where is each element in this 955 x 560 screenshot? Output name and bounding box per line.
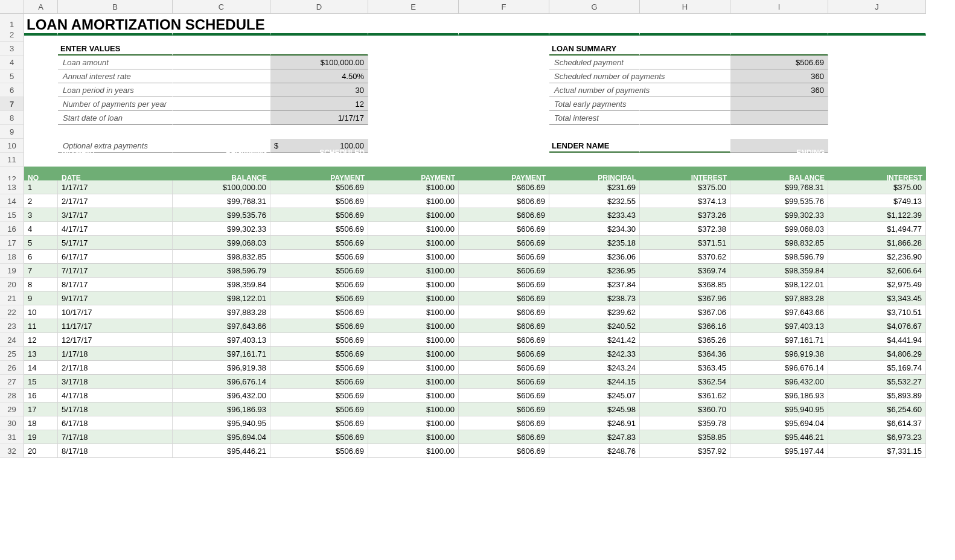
cell-date[interactable]: 8/17/17 (58, 278, 173, 291)
cell[interactable] (640, 42, 730, 56)
cell-principal[interactable]: $245.07 (549, 389, 640, 402)
cell-beginning-balance[interactable]: $98,122.01 (173, 291, 270, 305)
cell-interest[interactable]: $361.62 (640, 389, 730, 402)
cell[interactable] (270, 42, 368, 56)
cell-extra-payment[interactable]: $100.00 (368, 402, 459, 416)
cell-date[interactable]: 6/17/17 (58, 250, 173, 264)
cell-pmt-no[interactable]: 7 (24, 264, 58, 278)
cell-scheduled-payment[interactable]: $506.69 (270, 375, 368, 389)
cell[interactable] (368, 69, 459, 83)
cell-date[interactable]: 5/17/18 (58, 402, 173, 416)
cell[interactable] (459, 125, 549, 139)
cell[interactable] (459, 42, 549, 56)
cell-principal[interactable]: $245.98 (549, 402, 640, 416)
cell-ending-balance[interactable]: $99,302.33 (730, 208, 828, 222)
cell-principal[interactable]: $238.73 (549, 291, 640, 305)
row-header[interactable]: 4 (0, 56, 24, 69)
cell-date[interactable]: 1/17/17 (58, 180, 173, 194)
cell[interactable] (828, 56, 926, 69)
cell-cumulative-interest[interactable]: $6,254.60 (828, 402, 926, 416)
cell-date[interactable]: 3/17/17 (58, 208, 173, 222)
cell-ending-balance[interactable]: $98,596.79 (730, 250, 828, 264)
column-header[interactable]: E (368, 0, 459, 14)
cell-beginning-balance[interactable]: $97,161.71 (173, 347, 270, 361)
cell-beginning-balance[interactable]: $99,068.03 (173, 236, 270, 250)
cell-extra-payment[interactable]: $100.00 (368, 389, 459, 402)
cell-interest[interactable]: $357.92 (640, 444, 730, 458)
cell-extra-payment[interactable]: $100.00 (368, 264, 459, 278)
cell-extra-payment[interactable]: $100.00 (368, 236, 459, 250)
cell[interactable] (24, 111, 58, 125)
cell-beginning-balance[interactable]: $95,694.04 (173, 430, 270, 444)
cell-date[interactable]: 4/17/18 (58, 389, 173, 402)
cell-extra-payment[interactable]: $100.00 (368, 444, 459, 458)
cell[interactable] (640, 97, 730, 111)
cell[interactable] (549, 153, 640, 167)
cell[interactable] (368, 83, 459, 97)
cell-ending-balance[interactable]: $99,535.76 (730, 194, 828, 208)
row-header[interactable]: 18 (0, 250, 24, 264)
cell[interactable] (24, 125, 58, 139)
column-header[interactable]: F (459, 0, 549, 14)
cell-beginning-balance[interactable]: $96,432.00 (173, 389, 270, 402)
cell-total-payment[interactable]: $606.69 (459, 291, 549, 305)
cell-cumulative-interest[interactable]: $1,866.28 (828, 236, 926, 250)
cell-extra-payment[interactable]: $100.00 (368, 361, 459, 375)
cell-principal[interactable]: $235.18 (549, 236, 640, 250)
cell[interactable] (173, 69, 270, 83)
cell-pmt-no[interactable]: 17 (24, 402, 58, 416)
cell[interactable] (828, 28, 926, 42)
cell-interest[interactable]: $368.85 (640, 278, 730, 291)
column-header[interactable]: A (24, 0, 58, 14)
cell-extra-payment[interactable]: $100.00 (368, 291, 459, 305)
cell-cumulative-interest[interactable]: $5,169.74 (828, 361, 926, 375)
cell-pmt-no[interactable]: 5 (24, 236, 58, 250)
cell-extra-payment[interactable]: $100.00 (368, 180, 459, 194)
cell-ending-balance[interactable]: $97,883.28 (730, 291, 828, 305)
cell[interactable] (173, 97, 270, 111)
row-header[interactable]: 27 (0, 375, 24, 389)
cell-ending-balance[interactable]: $96,676.14 (730, 361, 828, 375)
cell-interest[interactable]: $374.13 (640, 194, 730, 208)
cell-beginning-balance[interactable]: $96,186.93 (173, 402, 270, 416)
column-header[interactable]: H (640, 0, 730, 14)
cell[interactable] (730, 125, 828, 139)
cell-scheduled-payment[interactable]: $506.69 (270, 194, 368, 208)
cell-interest[interactable]: $367.06 (640, 305, 730, 319)
cell-beginning-balance[interactable]: $100,000.00 (173, 180, 270, 194)
select-all-corner[interactable] (0, 0, 24, 14)
row-header[interactable]: 3 (0, 42, 24, 56)
cell-total-payment[interactable]: $606.69 (459, 347, 549, 361)
row-header[interactable]: 19 (0, 264, 24, 278)
input-value[interactable]: 12 (270, 97, 368, 111)
cell-pmt-no[interactable]: 11 (24, 319, 58, 333)
cell-beginning-balance[interactable]: $95,940.95 (173, 416, 270, 430)
cell[interactable] (828, 42, 926, 56)
row-header[interactable]: 23 (0, 319, 24, 333)
cell[interactable] (24, 97, 58, 111)
cell[interactable] (640, 83, 730, 97)
cell-scheduled-payment[interactable]: $506.69 (270, 444, 368, 458)
cell-ending-balance[interactable]: $95,197.44 (730, 444, 828, 458)
cell[interactable] (828, 83, 926, 97)
cell-cumulative-interest[interactable]: $4,076.67 (828, 319, 926, 333)
cell-principal[interactable]: $247.83 (549, 430, 640, 444)
cell-interest[interactable]: $366.16 (640, 319, 730, 333)
cell-principal[interactable]: $233.43 (549, 208, 640, 222)
cell-total-payment[interactable]: $606.69 (459, 375, 549, 389)
cell-beginning-balance[interactable]: $98,359.84 (173, 278, 270, 291)
cell-date[interactable]: 5/17/17 (58, 236, 173, 250)
cell-interest[interactable]: $367.96 (640, 291, 730, 305)
row-header[interactable]: 30 (0, 416, 24, 430)
cell-cumulative-interest[interactable]: $6,973.23 (828, 430, 926, 444)
cell-extra-payment[interactable]: $100.00 (368, 416, 459, 430)
cell-ending-balance[interactable]: $97,643.66 (730, 305, 828, 319)
cell-pmt-no[interactable]: 2 (24, 194, 58, 208)
cell-ending-balance[interactable]: $96,186.93 (730, 389, 828, 402)
cell-beginning-balance[interactable]: $97,883.28 (173, 305, 270, 319)
cell-extra-payment[interactable]: $100.00 (368, 305, 459, 319)
cell-principal[interactable]: $234.30 (549, 222, 640, 236)
row-header[interactable]: 29 (0, 402, 24, 416)
cell-total-payment[interactable]: $606.69 (459, 389, 549, 402)
row-header[interactable]: 13 (0, 180, 24, 194)
